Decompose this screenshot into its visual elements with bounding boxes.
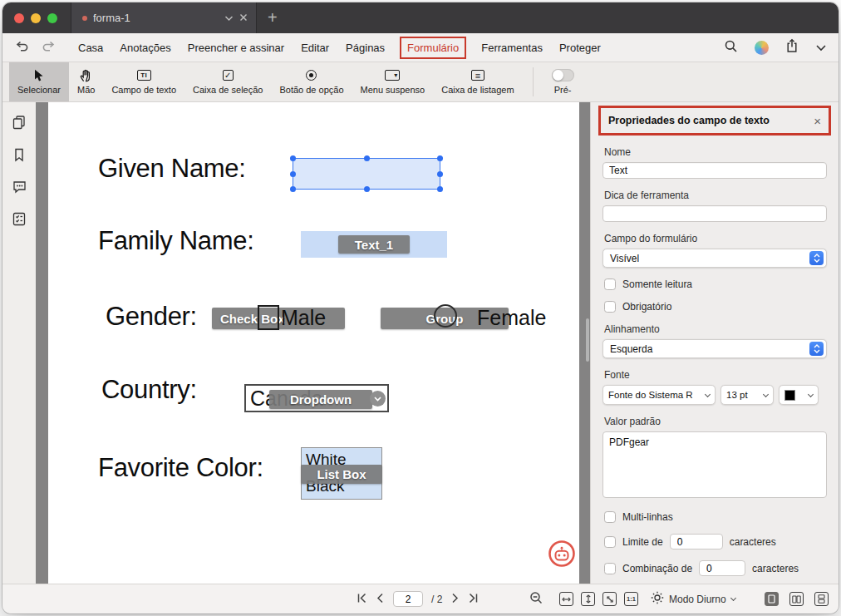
dropdown-icon: ▾: [385, 69, 400, 81]
menu-anotacoes[interactable]: Anotações: [118, 38, 172, 57]
fit-page-icon[interactable]: [602, 592, 617, 606]
preview-toggle[interactable]: [552, 69, 574, 81]
comments-icon[interactable]: [12, 180, 27, 197]
given-name-label: Given Name:: [98, 154, 246, 184]
fit-width-icon[interactable]: [559, 592, 573, 606]
alignment-select[interactable]: Esquerda: [602, 339, 827, 358]
zoom-icon[interactable]: [529, 591, 543, 608]
tool-listbox[interactable]: ≡ Caixa de listagem: [433, 62, 522, 101]
panel-close-icon[interactable]: ×: [814, 115, 821, 127]
font-size-select[interactable]: 13 pt: [721, 385, 774, 405]
continuous-scroll-view-icon[interactable]: [814, 592, 829, 606]
tool-radio-button[interactable]: Botão de opção: [271, 62, 352, 101]
canvas-scrollbar[interactable]: [586, 318, 589, 362]
tool-label: Menu suspenso: [361, 85, 425, 95]
tooltip-input[interactable]: [602, 205, 827, 222]
comb-input[interactable]: [699, 560, 745, 576]
comb-checkbox[interactable]: [604, 563, 616, 574]
select-stepper-icon: [809, 251, 824, 265]
char-limit-checkbox[interactable]: [604, 536, 616, 548]
menu-formulario[interactable]: Formulário: [400, 37, 466, 59]
menu-ferramentas[interactable]: Ferramentas: [480, 38, 544, 57]
minimize-window-button[interactable]: [31, 13, 41, 23]
tool-text-field[interactable]: TI Campo de texto: [103, 62, 184, 101]
field-tag-listbox[interactable]: List Box: [301, 465, 382, 484]
document-canvas: Given Name: Family Name: Text_1 Gender: …: [36, 102, 590, 584]
share-icon[interactable]: [785, 38, 799, 57]
tool-hand[interactable]: Mão: [69, 62, 103, 101]
form-fields-list-icon[interactable]: [12, 212, 26, 229]
checkbox-field-male[interactable]: [258, 305, 279, 330]
resize-handle[interactable]: [290, 171, 296, 177]
tool-checkbox[interactable]: ✓ Caixa de seleção: [184, 62, 271, 101]
document-tab[interactable]: forma-1: [71, 2, 257, 33]
char-limit-input[interactable]: [670, 534, 723, 549]
tool-select[interactable]: Selecionar: [9, 62, 69, 101]
menu-editar[interactable]: Editar: [299, 38, 331, 57]
tab-title: forma-1: [93, 12, 219, 24]
last-page-icon[interactable]: [468, 593, 479, 606]
resize-handle[interactable]: [364, 186, 370, 192]
resize-handle[interactable]: [437, 171, 443, 177]
new-tab-button[interactable]: +: [257, 8, 288, 27]
name-input[interactable]: [602, 162, 827, 179]
menu-preencher-e-assinar[interactable]: Preencher e assinar: [186, 38, 286, 57]
menu-casa[interactable]: Casa: [76, 38, 105, 57]
radio-field-female[interactable]: [434, 304, 457, 328]
required-checkbox[interactable]: [604, 301, 616, 313]
first-page-icon[interactable]: [357, 593, 367, 606]
page-thumbnails-icon[interactable]: [12, 116, 26, 133]
char-limit-suffix: caracteres: [730, 536, 776, 548]
undo-icon[interactable]: [14, 40, 30, 56]
single-page-view-icon[interactable]: [765, 592, 779, 606]
two-page-view-icon[interactable]: [789, 592, 804, 606]
close-window-button[interactable]: [14, 13, 24, 23]
multiline-checkbox[interactable]: [604, 511, 616, 523]
chevron-down-icon: [705, 391, 711, 397]
actual-size-icon[interactable]: 1:1: [624, 592, 638, 606]
assistant-robot-button[interactable]: [548, 540, 576, 571]
redo-icon[interactable]: [41, 40, 57, 56]
text-field-selected[interactable]: [293, 158, 440, 190]
required-label: Obrigatório: [622, 301, 671, 313]
view-mode-select[interactable]: Modo Diurno: [651, 584, 735, 614]
tool-preview[interactable]: Pré-: [543, 62, 583, 101]
traffic-lights: [2, 13, 71, 23]
tab-chevron-icon[interactable]: [224, 12, 234, 24]
resize-handle[interactable]: [290, 186, 296, 192]
field-tag-dropdown[interactable]: Dropdown: [269, 390, 372, 409]
field-tag-text1[interactable]: Text_1: [338, 235, 410, 254]
globe-icon[interactable]: [755, 41, 769, 55]
menu-proteger[interactable]: Proteger: [558, 38, 602, 57]
view-mode-label: Modo Diurno: [669, 594, 726, 605]
tool-label: Caixa de seleção: [193, 85, 263, 95]
resize-handle[interactable]: [437, 186, 443, 192]
font-family-select[interactable]: Fonte do Sistema R: [602, 385, 716, 405]
search-icon[interactable]: [724, 39, 738, 57]
default-value-textarea[interactable]: PDFgear: [602, 431, 827, 498]
font-label: Fonte: [604, 369, 825, 381]
resize-handle[interactable]: [437, 155, 443, 161]
zoom-window-button[interactable]: [47, 13, 57, 23]
panel-title: Propriedades do campo de texto: [608, 115, 770, 126]
fit-height-icon[interactable]: [581, 592, 595, 606]
properties-panel: Propriedades do campo de texto × Nome Di…: [590, 102, 839, 584]
menu-paginas[interactable]: Páginas: [344, 38, 386, 57]
dropdown-arrow-icon[interactable]: [370, 391, 386, 407]
next-page-icon[interactable]: [450, 593, 460, 606]
chevron-down-icon[interactable]: [815, 40, 827, 55]
tool-dropdown[interactable]: ▾ Menu suspenso: [352, 62, 434, 101]
resize-handle[interactable]: [364, 155, 370, 161]
readonly-checkbox[interactable]: [604, 278, 616, 290]
visibility-select[interactable]: Visível: [602, 249, 827, 268]
comb-suffix: caracteres: [752, 563, 799, 574]
favorite-color-label: Favorite Color:: [98, 453, 263, 483]
bookmarks-icon[interactable]: [13, 148, 25, 165]
app-window: forma-1 + Casa Anotações Preencher e ass…: [2, 2, 839, 614]
menu-tabs: Casa Anotações Preencher e assinar Edita…: [76, 37, 602, 59]
page-number-input[interactable]: [393, 591, 423, 607]
font-color-select[interactable]: [779, 385, 819, 405]
prev-page-icon[interactable]: [376, 593, 385, 606]
tab-close-icon[interactable]: [239, 12, 248, 24]
resize-handle[interactable]: [290, 155, 296, 161]
